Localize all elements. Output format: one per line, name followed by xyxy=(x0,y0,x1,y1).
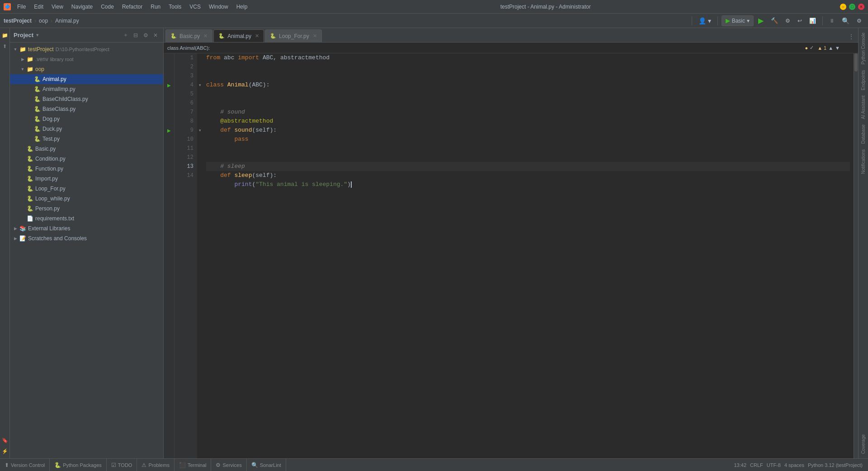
tab-close-loopfor[interactable]: ✕ xyxy=(313,33,317,39)
sonarlint-tab[interactable]: 🔍 SonarLint xyxy=(247,459,286,471)
breadcrumb-folder[interactable]: oop xyxy=(39,18,48,24)
debug-step-button[interactable]: ↩ xyxy=(795,15,805,26)
tree-item-animal-py[interactable]: 🐍 Animal.py xyxy=(10,74,163,84)
menu-window[interactable]: Window xyxy=(205,3,232,11)
line-num-11: 11 xyxy=(175,144,197,153)
ai-assistant-icon[interactable]: AI Assistant xyxy=(859,93,867,122)
commit-icon[interactable]: ⬆ xyxy=(0,42,9,51)
warning-nav-down[interactable]: ▼ xyxy=(835,45,840,51)
settings-button[interactable]: ⚙ xyxy=(854,15,864,26)
close-button[interactable]: ✕ xyxy=(858,4,864,10)
tree-item-dog[interactable]: 🐍 Dog.py xyxy=(10,114,163,124)
menu-edit[interactable]: Edit xyxy=(30,3,47,11)
menu-tools[interactable]: Tools xyxy=(165,3,185,11)
project-icon[interactable]: 📁 xyxy=(0,31,9,40)
run-config-arrow: ▾ xyxy=(747,18,750,24)
menu-file[interactable]: File xyxy=(14,3,29,11)
version-control-tab[interactable]: ⬆ Version Control xyxy=(0,459,50,471)
add-icon[interactable]: ＋ xyxy=(122,31,130,39)
tab-close-animal[interactable]: ✕ xyxy=(255,33,259,39)
tree-item-basic[interactable]: 🐍 Basic.py xyxy=(10,144,163,154)
run-config-dropdown[interactable]: ▶ Basic ▾ xyxy=(722,15,754,26)
tree-item-scratches[interactable]: ▶ 📝 Scratches and Consoles xyxy=(10,233,163,243)
tree-item-person[interactable]: 🐍 Person.py xyxy=(10,204,163,214)
breadcrumb-project[interactable]: testProject xyxy=(4,18,32,24)
bookmarks-icon[interactable]: 🔖 xyxy=(0,436,9,445)
breadcrumb-file[interactable]: Animal.py xyxy=(55,18,79,24)
tree-item-external-libs[interactable]: ▶ 📚 External Libraries xyxy=(10,224,163,233)
status-indent[interactable]: 4 spaces xyxy=(784,462,804,468)
profile-button[interactable]: 📊 xyxy=(807,15,819,26)
tree-item-loopwhile[interactable]: 🐍 Loop_while.py xyxy=(10,194,163,204)
python-console-icon[interactable]: Python Console xyxy=(859,30,867,67)
tree-item-oop-name: oop xyxy=(35,66,44,72)
show-options-icon[interactable]: ⚙ xyxy=(142,31,150,39)
menu-refactor[interactable]: Refactor xyxy=(118,3,146,11)
status-python-version[interactable]: Python 3.12 (testProject) xyxy=(808,462,863,468)
tree-item-test[interactable]: 🐍 Test.py xyxy=(10,134,163,144)
tree-root[interactable]: ▼ 📁 testProject D:\10-Python\testProject xyxy=(10,44,163,54)
coverage-icon[interactable]: Coverage xyxy=(859,432,867,457)
gutter-run-marker[interactable]: ▶ xyxy=(164,81,174,90)
menu-run[interactable]: Run xyxy=(147,3,164,11)
file-tree: ▼ 📁 testProject D:\10-Python\testProject… xyxy=(10,43,163,458)
endpoints-icon[interactable]: Endpoints xyxy=(859,67,867,93)
menu-code[interactable]: Code xyxy=(97,3,118,11)
tree-item-baseclass[interactable]: 🐍 BaseClass.py xyxy=(10,104,163,114)
editor-scrollbar[interactable] xyxy=(854,53,858,458)
notifications-icon[interactable]: Notifications xyxy=(859,147,867,176)
tree-item-oop[interactable]: ▼ 📁 oop xyxy=(10,64,163,74)
tab-animal-py[interactable]: 🐍 Animal.py ✕ xyxy=(213,29,264,42)
tree-item-animalimp[interactable]: 🐍 AnimalImp.py xyxy=(10,84,163,94)
tree-item-duck[interactable]: 🐍 Duck.py xyxy=(10,124,163,134)
status-encoding[interactable]: UTF-8 xyxy=(767,462,781,468)
code-editor[interactable]: from abc import ABC, abstractmethod clas… xyxy=(203,53,854,458)
project-panel: Project ▾ ＋ ⊟ ⚙ ✕ ▼ 📁 testProject D:\10-… xyxy=(10,28,164,458)
tree-item-function[interactable]: 🐍 Function.py xyxy=(10,164,163,174)
tree-item-import[interactable]: 🐍 Import.py xyxy=(10,174,163,184)
close-panel-icon[interactable]: ✕ xyxy=(151,31,160,39)
fold-line xyxy=(197,108,203,117)
services-tab[interactable]: ⚙ Services xyxy=(211,459,246,471)
status-crlf[interactable]: CRLF xyxy=(750,462,763,468)
terminal-tab[interactable]: ⬛ Terminal xyxy=(175,459,212,471)
fold-indicator-class[interactable]: ▾ xyxy=(197,81,203,90)
menu-help[interactable]: Help xyxy=(233,3,251,11)
maximize-button[interactable]: □ xyxy=(849,4,855,10)
minimize-button[interactable]: − xyxy=(840,4,846,10)
tree-arrow: ▶ xyxy=(19,56,26,63)
collapse-all-icon[interactable]: ⊟ xyxy=(132,31,140,39)
project-panel-dropdown-arrow[interactable]: ▾ xyxy=(36,32,39,38)
recent-files-button[interactable]: ⋮ xyxy=(846,32,856,41)
status-line-col[interactable]: 13:42 xyxy=(734,462,746,468)
tree-item-condition[interactable]: 🐍 Condition.py xyxy=(10,154,163,164)
tree-item-venv[interactable]: ▶ 📁 .venv library root xyxy=(10,54,163,64)
coverage-button[interactable]: ⚙ xyxy=(783,15,793,26)
python-packages-tab[interactable]: 🐍 Python Packages xyxy=(50,459,107,471)
menu-bar: File Edit View Navigate Code Refactor Ru… xyxy=(14,3,251,11)
structure-icon[interactable]: ⚡ xyxy=(0,447,9,456)
menu-navigate[interactable]: Navigate xyxy=(68,3,96,11)
tab-basic-py[interactable]: 🐍 Basic.py ✕ xyxy=(165,29,212,42)
gutter-run-marker[interactable]: ▶ xyxy=(164,126,174,135)
tree-item-requirements[interactable]: 📄 requirements.txt xyxy=(10,214,163,224)
search-everywhere-button[interactable]: 🔍 xyxy=(839,15,852,26)
todo-tab[interactable]: ☑ TODO xyxy=(107,459,137,471)
panel-header-right: ＋ ⊟ ⚙ ✕ xyxy=(122,31,160,39)
user-profile-button[interactable]: 👤 ▾ xyxy=(696,15,714,26)
database-icon[interactable]: Database xyxy=(859,122,867,147)
menu-vcs[interactable]: VCS xyxy=(186,3,204,11)
tab-loopfor-py[interactable]: 🐍 Loop_For.py ✕ xyxy=(265,29,322,42)
tree-item-loopfor[interactable]: 🐍 Loop_For.py xyxy=(10,184,163,194)
tree-item-venv-name: .venv xyxy=(35,56,48,62)
menu-view[interactable]: View xyxy=(48,3,67,11)
fold-indicator-fn[interactable]: ▾ xyxy=(197,126,203,135)
warning-nav-up[interactable]: ▲ xyxy=(828,45,833,51)
pause-button[interactable]: ⏸ xyxy=(826,15,837,26)
problems-tab[interactable]: ⚠ Problems xyxy=(137,459,174,471)
run-button[interactable]: ▶ xyxy=(755,15,766,26)
tree-item-basechildclass[interactable]: 🐍 BaseChildClass.py xyxy=(10,94,163,104)
tab-close-basic[interactable]: ✕ xyxy=(203,33,208,39)
build-button[interactable]: 🔨 xyxy=(768,15,781,26)
python-file-icon: 🐍 xyxy=(26,195,33,202)
